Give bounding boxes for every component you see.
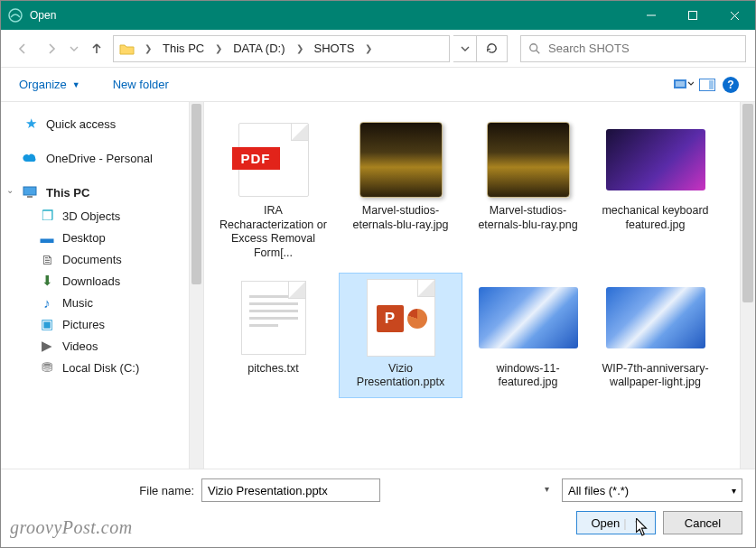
dialog-footer: File name: ▾ All files (*.*) ▾ Open |▼ C… <box>1 469 755 547</box>
sidebar-item-downloads[interactable]: ⬇Downloads <box>1 270 203 292</box>
preview-pane-button[interactable] <box>695 73 719 97</box>
sidebar-onedrive[interactable]: OneDrive - Personal <box>1 147 203 169</box>
filename-input[interactable] <box>201 478 380 502</box>
app-icon <box>8 8 23 23</box>
cube-icon: ❒ <box>39 208 55 224</box>
recent-dropdown[interactable] <box>68 36 80 61</box>
svg-rect-10 <box>709 80 714 89</box>
file-item[interactable]: WIP-7th-anniversary-wallpaper-light.jpg <box>593 273 717 398</box>
search-placeholder: Search SHOTS <box>548 42 630 55</box>
file-name: pitches.txt <box>247 362 298 376</box>
sidebar-item-documents[interactable]: 🗎Documents <box>1 248 203 270</box>
file-name: mechanical keyboard featured.jpg <box>598 204 713 232</box>
address-history-dropdown[interactable] <box>453 35 477 62</box>
star-icon: ★ <box>23 116 39 132</box>
file-item[interactable]: mechanical keyboard featured.jpg <box>593 115 717 269</box>
file-item[interactable]: Marvel-studios-eternals-blu-ray.jpg <box>339 115 462 269</box>
organize-menu[interactable]: Organize▼ <box>14 74 86 95</box>
chevron-right-icon[interactable]: ❯ <box>139 43 157 53</box>
pc-icon <box>23 184 39 200</box>
file-thumbnail <box>606 279 705 357</box>
document-icon: 🗎 <box>39 251 55 267</box>
file-thumbnail: PDF <box>224 121 323 199</box>
svg-line-6 <box>537 50 540 53</box>
scrollbar-thumb[interactable] <box>742 104 753 302</box>
svg-rect-2 <box>689 12 697 20</box>
drive-icon: ⛃ <box>39 359 55 376</box>
cloud-icon <box>23 150 39 166</box>
svg-rect-11 <box>23 187 36 195</box>
search-input[interactable]: Search SHOTS <box>520 35 746 62</box>
svg-rect-12 <box>27 196 33 198</box>
file-item[interactable]: PDFIRA Recharacterization or Excess Remo… <box>211 115 335 269</box>
svg-point-0 <box>9 9 22 22</box>
chevron-right-icon[interactable]: ❯ <box>359 43 378 53</box>
breadcrumb-seg[interactable]: SHOTS <box>313 42 357 55</box>
file-name: WIP-7th-anniversary-wallpaper-light.jpg <box>598 362 713 390</box>
new-folder-button[interactable]: New folder <box>107 74 174 95</box>
download-icon: ⬇ <box>39 273 55 289</box>
breadcrumb-seg[interactable]: This PC <box>161 42 206 55</box>
chevron-right-icon[interactable]: ❯ <box>210 43 228 53</box>
file-name: Marvel-studios-eternals-blu-ray.png <box>471 204 585 232</box>
maximize-button[interactable] <box>672 1 714 30</box>
sidebar-quick-access[interactable]: ★ Quick access <box>1 113 203 135</box>
file-list[interactable]: PDFIRA Recharacterization or Excess Remo… <box>204 102 755 469</box>
file-name: Vizio Presentation.pptx <box>343 362 458 390</box>
files-scrollbar[interactable] <box>740 102 755 469</box>
nav-tree: ★ Quick access OneDrive - Personal ⌄ Thi… <box>1 102 204 469</box>
file-type-filter[interactable]: All files (*.*) ▾ <box>562 478 742 502</box>
file-thumbnail <box>606 121 705 199</box>
sidebar-item-music[interactable]: ♪Music <box>1 292 203 313</box>
title-bar: Open <box>1 1 755 30</box>
sidebar-item-local-disk-c[interactable]: ⛃Local Disk (C:) <box>1 357 203 378</box>
search-icon <box>528 42 541 55</box>
sidebar-item-videos[interactable]: ▶Videos <box>1 335 203 357</box>
file-item[interactable]: PVizio Presentation.pptx <box>339 273 462 398</box>
forward-button[interactable] <box>39 36 64 61</box>
sidebar-this-pc[interactable]: This PC <box>1 181 203 203</box>
file-thumbnail <box>224 279 323 357</box>
file-item[interactable]: windows-11-featured.jpg <box>466 273 590 398</box>
address-bar[interactable]: ❯ This PC ❯ DATA (D:) ❯ SHOTS ❯ <box>113 35 450 62</box>
mouse-cursor <box>636 518 649 536</box>
file-item[interactable]: Marvel-studios-eternals-blu-ray.png <box>466 115 590 269</box>
nav-bar: ❯ This PC ❯ DATA (D:) ❯ SHOTS ❯ Search S… <box>1 30 755 68</box>
scrollbar-thumb[interactable] <box>191 104 201 284</box>
back-button[interactable] <box>10 36 35 61</box>
file-name: windows-11-featured.jpg <box>471 362 585 390</box>
file-thumbnail <box>479 121 578 199</box>
sidebar-item-pictures[interactable]: ▣Pictures <box>1 313 203 335</box>
cancel-button[interactable]: Cancel <box>663 511 742 534</box>
up-button[interactable] <box>84 36 109 61</box>
collapse-icon[interactable]: ⌄ <box>6 185 14 195</box>
watermark: groovyPost.com <box>10 517 133 538</box>
window-title: Open <box>30 9 56 22</box>
help-icon: ? <box>723 77 739 93</box>
refresh-button[interactable] <box>477 35 508 62</box>
chevron-right-icon[interactable]: ❯ <box>291 43 309 53</box>
view-menu[interactable] <box>672 73 695 97</box>
breadcrumb-seg[interactable]: DATA (D:) <box>231 42 286 55</box>
desktop-icon: ▬ <box>39 229 55 246</box>
picture-icon: ▣ <box>39 316 55 332</box>
file-thumbnail <box>351 121 451 199</box>
file-name: Marvel-studios-eternals-blu-ray.jpg <box>343 204 458 232</box>
open-dialog: Open ❯ This PC ❯ DATA (D:) ❯ SHOTS <box>0 0 756 548</box>
sidebar-item-desktop[interactable]: ▬Desktop <box>1 227 203 248</box>
command-bar: Organize▼ New folder ? <box>1 68 755 102</box>
file-item[interactable]: pitches.txt <box>211 273 335 398</box>
close-button[interactable] <box>714 1 755 30</box>
sidebar-scrollbar[interactable] <box>189 102 203 469</box>
folder-icon <box>119 41 135 57</box>
svg-point-5 <box>530 43 537 51</box>
sidebar-item-3d-objects[interactable]: ❒3D Objects <box>1 205 203 227</box>
file-thumbnail <box>479 279 578 357</box>
video-icon: ▶ <box>39 338 55 354</box>
file-name: IRA Recharacterization or Excess Removal… <box>216 204 331 261</box>
help-button[interactable]: ? <box>719 73 742 97</box>
file-thumbnail: P <box>351 279 451 357</box>
minimize-button[interactable] <box>630 1 672 30</box>
filename-label: File name: <box>14 484 194 497</box>
chevron-down-icon: ▼ <box>72 80 80 89</box>
